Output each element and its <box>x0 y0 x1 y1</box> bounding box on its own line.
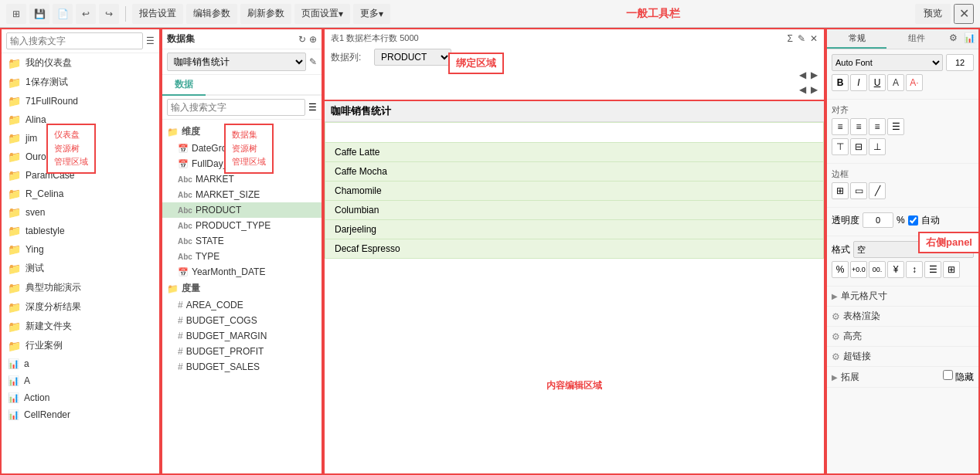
sidebar-item-a-lower[interactable]: 📊 a <box>2 355 159 372</box>
tree-item-budget-profit[interactable]: # BUDGET_PROFIT <box>162 344 322 359</box>
sidebar-item-rcelina[interactable]: 📁 R_Celina <box>2 185 159 203</box>
expand-section[interactable]: ▶ 拓展 隐藏 <box>827 367 978 388</box>
tree-item-type[interactable]: Abc TYPE <box>162 249 322 264</box>
decimal2-btn[interactable]: 00. <box>869 261 886 278</box>
sidebar-item-1[interactable]: 📁 1保存测试 <box>2 73 159 92</box>
sidebar-menu-icon[interactable]: ☰ <box>146 36 155 46</box>
right-panel-tab-general[interactable]: 常规 <box>827 29 886 49</box>
italic-btn[interactable]: I <box>850 74 867 91</box>
close-icon[interactable]: ✕ <box>810 33 818 44</box>
align-top-btn[interactable]: ⊤ <box>832 138 849 155</box>
more-btn[interactable]: 更多 ▾ <box>353 4 390 24</box>
binding-arrow-left3[interactable]: ◀ <box>799 84 806 95</box>
measures-group-header[interactable]: 📁 度量 <box>162 280 322 297</box>
binding-arrow-right3[interactable]: ▶ <box>811 84 818 95</box>
sidebar-item-typical[interactable]: 📁 典型功能演示 <box>2 278 159 297</box>
sidebar-item-tablestyle[interactable]: 📁 tablestyle <box>2 222 159 240</box>
align-left-btn[interactable]: ≡ <box>832 118 849 135</box>
edit-icon[interactable]: ✎ <box>798 33 805 44</box>
tree-item-state[interactable]: Abc STATE <box>162 233 322 249</box>
tree-item-budget-sales[interactable]: # BUDGET_SALES <box>162 359 322 375</box>
right-panel-settings-icon[interactable]: ⚙ <box>946 29 961 49</box>
border-diagonal-btn[interactable]: ╱ <box>869 182 886 199</box>
tree-item-yearmonth[interactable]: 📅 YearMonth_DATE <box>162 264 322 280</box>
underline-btn[interactable]: U <box>869 74 886 91</box>
save-as-btn[interactable]: 📄 <box>53 4 73 24</box>
tree-item-budget-cogs[interactable]: # BUDGET_COGS <box>162 313 322 328</box>
align-justify-btn[interactable]: ☰ <box>887 118 904 135</box>
updown-btn[interactable]: ↕ <box>906 261 923 278</box>
cell-size-section[interactable]: ▶ 单元格尺寸 <box>827 287 978 307</box>
dataset-tab-data[interactable]: 数据 <box>162 75 206 96</box>
sidebar-item-ying[interactable]: 📁 Ying <box>2 240 159 259</box>
dataset-edit-icon[interactable]: ✎ <box>309 56 317 67</box>
page-settings-btn[interactable]: 页面设置 ▾ <box>294 4 350 24</box>
redo-btn[interactable]: ↪ <box>99 4 119 24</box>
tree-item-budget-margin[interactable]: # BUDGET_MARGIN <box>162 328 322 344</box>
sidebar-item-industry[interactable]: 📁 行业案例 <box>2 336 159 355</box>
refresh-params-btn[interactable]: 刷新参数 <box>240 4 291 24</box>
align-section: 对齐 ≡ ≡ ≡ ☰ ⊤ ⊟ ⊥ <box>827 100 978 164</box>
tree-item-market[interactable]: Abc MARKET <box>162 171 322 187</box>
table-name: 咖啡销售统计 <box>331 104 391 118</box>
dataset-add-icon[interactable]: ⊕ <box>309 34 317 45</box>
tree-item-product[interactable]: Abc PRODUCT <box>162 202 322 218</box>
sidebar-item-label: 我的仪表盘 <box>26 56 72 70</box>
table-scroll-area[interactable]: PRODUCT Caffe Latte Caffe Mocha Chamomil… <box>325 122 824 298</box>
align-center-btn[interactable]: ≡ <box>850 118 867 135</box>
tree-item-market-size[interactable]: Abc MARKET_SIZE <box>162 187 322 202</box>
dataset-col-select[interactable]: PRODUCT <box>374 49 451 66</box>
table-render-section[interactable]: ⚙ 表格渲染 <box>827 307 978 327</box>
tree-item-area-code[interactable]: # AREA_CODE <box>162 297 322 313</box>
align-middle-btn[interactable]: ⊟ <box>850 138 867 155</box>
undo-btn[interactable]: ↩ <box>76 4 96 24</box>
close-btn[interactable]: ✕ <box>954 4 974 24</box>
sidebar-item-a-upper[interactable]: 📊 A <box>2 372 159 389</box>
right-panel-tab-component[interactable]: 组件 <box>886 29 946 49</box>
binding-arrow-right2[interactable]: ▶ <box>811 70 818 80</box>
report-settings-btn[interactable]: 报告设置 <box>132 4 183 24</box>
sidebar-item-newfolder[interactable]: 📁 新建文件夹 <box>2 317 159 336</box>
save-btn[interactable]: 💾 <box>29 4 49 24</box>
sidebar-item-cellrender[interactable]: 📊 CellRender <box>2 406 159 423</box>
sidebar-item-deep[interactable]: 📁 深度分析结果 <box>2 297 159 317</box>
measures-label: 度量 <box>182 282 200 295</box>
sum-icon[interactable]: Σ <box>788 33 793 44</box>
align-bottom-btn[interactable]: ⊥ <box>869 138 886 155</box>
edit-params-btn[interactable]: 编辑参数 <box>186 4 237 24</box>
decimal-btn[interactable]: +0.0 <box>850 261 867 278</box>
tree-item-product-type[interactable]: Abc PRODUCT_TYPE <box>162 218 322 233</box>
border-outer-btn[interactable]: ▭ <box>850 182 867 199</box>
currency-btn[interactable]: ¥ <box>887 261 904 278</box>
binding-arrow-left2[interactable]: ◀ <box>799 70 806 80</box>
hash-icon: # <box>178 331 183 341</box>
border-all-btn[interactable]: ⊞ <box>832 182 849 199</box>
sidebar-item-2[interactable]: 📁 71FullRound <box>2 92 159 110</box>
hyperlink-section[interactable]: ⚙ 超链接 <box>827 347 978 367</box>
sidebar-item-sven[interactable]: 📁 sven <box>2 203 159 222</box>
percent-btn[interactable]: % <box>832 261 849 278</box>
dataset-search-input[interactable] <box>167 99 305 116</box>
dataset-search-menu-icon[interactable]: ☰ <box>308 102 317 113</box>
grid-icon-btn[interactable]: ⊞ <box>6 4 26 24</box>
align-right-btn[interactable]: ≡ <box>869 118 886 135</box>
sidebar-item-test[interactable]: 📁 测试 <box>2 259 159 278</box>
dataset-select[interactable]: 咖啡销售统计 <box>167 53 306 71</box>
expand-checkbox[interactable] <box>943 370 953 380</box>
bold-btn[interactable]: B <box>832 74 849 91</box>
highlight-section[interactable]: ⚙ 高亮 <box>827 327 978 347</box>
sidebar-item-action[interactable]: 📊 Action <box>2 389 159 406</box>
dataset-refresh-icon[interactable]: ↻ <box>298 34 306 45</box>
preview-btn[interactable]: 预览 <box>915 4 951 24</box>
opacity-auto-checkbox[interactable] <box>908 215 918 226</box>
right-panel-chart-icon[interactable]: 📊 <box>961 29 978 49</box>
sidebar-search-input[interactable] <box>6 32 143 49</box>
font-color-btn[interactable]: A <box>887 74 904 91</box>
sidebar-item-dashboard[interactable]: 📁 我的仪表盘 <box>2 53 159 73</box>
font-size-input[interactable] <box>946 54 974 71</box>
grid-btn[interactable]: ⊞ <box>943 261 960 278</box>
opacity-input[interactable] <box>863 212 893 228</box>
font-highlight-btn[interactable]: A· <box>906 74 923 91</box>
font-family-select[interactable]: Auto Font <box>832 54 943 71</box>
list-btn[interactable]: ☰ <box>924 261 941 278</box>
